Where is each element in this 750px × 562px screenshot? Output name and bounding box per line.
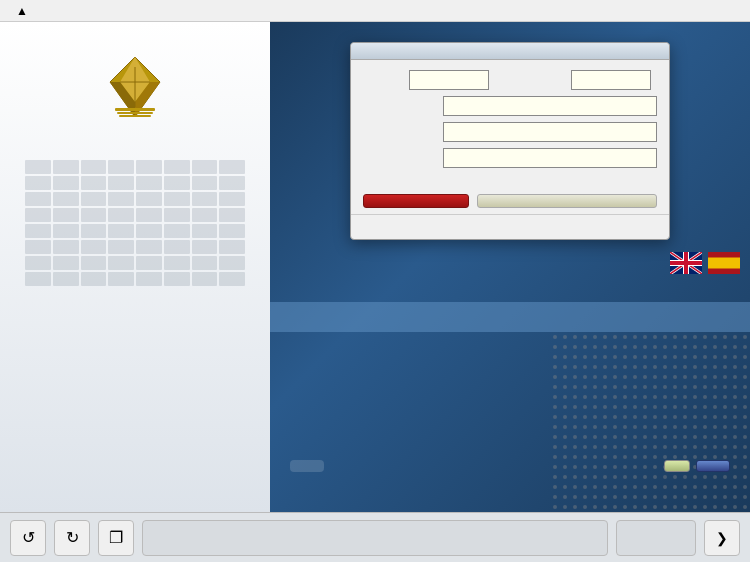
grid-cell <box>108 224 134 238</box>
grid-cell <box>53 240 79 254</box>
grid-cell <box>25 256 51 270</box>
grid-cell <box>192 224 218 238</box>
grid-cell <box>219 160 245 174</box>
grid-cell <box>136 240 162 254</box>
grid-cell <box>25 160 51 174</box>
grid-cell <box>164 256 190 270</box>
grid-cell <box>219 224 245 238</box>
grid-cell <box>53 224 79 238</box>
grid-cell <box>164 272 190 286</box>
grid-cell <box>164 240 190 254</box>
password-row <box>363 122 657 142</box>
grid-cell <box>53 272 79 286</box>
back-button[interactable]: ↺ <box>10 520 46 556</box>
grid-cell <box>81 176 107 190</box>
chevron-right-icon: ❯ <box>716 530 728 546</box>
grid-cell <box>219 272 245 286</box>
grid-cell <box>164 160 190 174</box>
grid-cell <box>192 240 218 254</box>
svg-rect-8 <box>119 115 151 117</box>
confirm-password-input[interactable] <box>443 148 657 168</box>
grid-cell <box>108 208 134 222</box>
grid-cell <box>136 272 162 286</box>
chevron-right-button[interactable]: ❯ <box>704 520 740 556</box>
grid-cell <box>136 224 162 238</box>
grid-cell <box>136 176 162 190</box>
grid-cell <box>81 240 107 254</box>
grid-cell <box>53 176 79 190</box>
dialog-body <box>351 60 669 184</box>
grid-cell <box>108 256 134 270</box>
grid-cell <box>108 160 134 174</box>
temp-registration-button[interactable] <box>477 194 657 208</box>
decorative-grid: // Generate grid cells const grid = docu… <box>25 160 245 286</box>
grid-cell <box>53 256 79 270</box>
grid-cell <box>53 208 79 222</box>
grid-cell <box>81 256 107 270</box>
grid-cell <box>25 176 51 190</box>
grid-cell <box>192 176 218 190</box>
dialog-title <box>351 43 669 60</box>
status-bar: ▲ <box>0 0 750 22</box>
dialog-info-text <box>351 214 669 227</box>
grid-cell <box>25 240 51 254</box>
grid-cell <box>53 160 79 174</box>
grid-cell <box>25 208 51 222</box>
name-section <box>363 70 657 90</box>
grid-cell <box>81 192 107 206</box>
new-user-dialog <box>350 42 670 240</box>
grid-cell <box>81 272 107 286</box>
svg-rect-7 <box>117 112 153 114</box>
grid-cell <box>25 272 51 286</box>
grid-cell <box>192 192 218 206</box>
username-row <box>363 96 657 116</box>
grid-cell <box>136 192 162 206</box>
grid-cell <box>108 240 134 254</box>
back-icon: ↺ <box>22 528 35 547</box>
copy-button[interactable]: ❐ <box>98 520 134 556</box>
grid-cell <box>81 208 107 222</box>
confirm-password-row <box>363 148 657 168</box>
grid-cell <box>81 160 107 174</box>
toolbar-spacer-main <box>142 520 608 556</box>
grid-cell <box>219 256 245 270</box>
forward-icon: ↻ <box>66 528 79 547</box>
grid-cell <box>164 192 190 206</box>
grid-cell <box>192 272 218 286</box>
grid-cell <box>192 256 218 270</box>
lastname-input[interactable] <box>571 70 651 90</box>
grid-cell <box>192 160 218 174</box>
grid-cell <box>81 224 107 238</box>
wifi-icon: ▲ <box>16 4 28 18</box>
name-input[interactable] <box>409 70 489 90</box>
bottom-toolbar: ↺ ↻ ❐ ❯ <box>0 512 750 562</box>
grid-cell <box>219 240 245 254</box>
grid-cell <box>219 192 245 206</box>
grid-cell <box>192 208 218 222</box>
grid-cell <box>25 224 51 238</box>
grid-cell <box>25 192 51 206</box>
app-area: // Generate grid cells const grid = docu… <box>0 22 750 512</box>
grid-cell <box>164 176 190 190</box>
grid-cell <box>53 192 79 206</box>
logo-diamond <box>95 52 175 122</box>
left-panel: // Generate grid cells const grid = docu… <box>0 22 270 512</box>
grid-cell <box>108 176 134 190</box>
grid-cell <box>136 208 162 222</box>
dialog-overlay <box>270 22 750 512</box>
grid-cell <box>219 176 245 190</box>
cancel-button[interactable] <box>363 194 469 208</box>
grid-cell <box>108 272 134 286</box>
dialog-buttons <box>363 194 657 208</box>
username-input[interactable] <box>443 96 657 116</box>
password-input[interactable] <box>443 122 657 142</box>
status-left: ▲ <box>10 4 28 18</box>
toolbar-spacer-small <box>616 520 696 556</box>
grid-cell <box>164 224 190 238</box>
forward-button[interactable]: ↻ <box>54 520 90 556</box>
grid-cell <box>108 192 134 206</box>
grid-cell <box>136 256 162 270</box>
svg-rect-6 <box>115 108 155 111</box>
copy-icon: ❐ <box>109 528 123 547</box>
grid-cell <box>219 208 245 222</box>
